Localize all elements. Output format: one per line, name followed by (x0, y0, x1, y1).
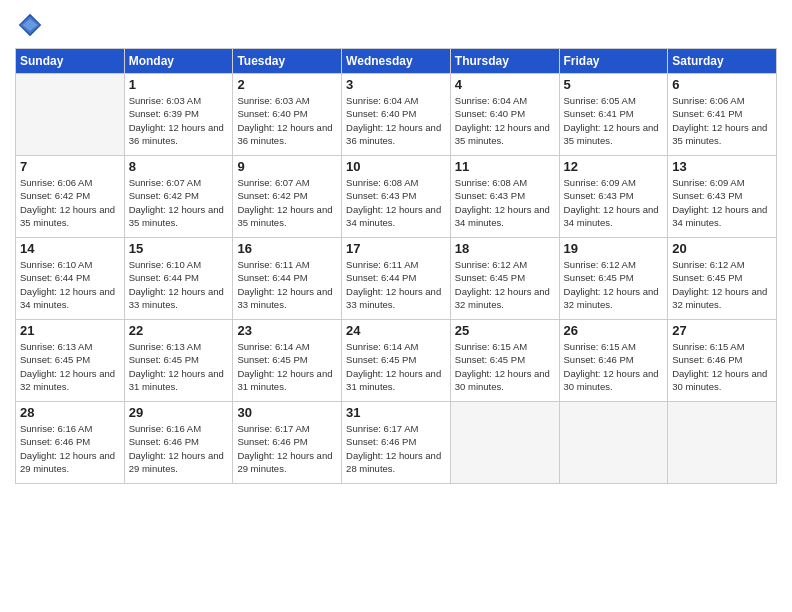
day-info: Sunrise: 6:13 AMSunset: 6:45 PMDaylight:… (20, 340, 120, 393)
day-number: 4 (455, 77, 555, 92)
day-info: Sunrise: 6:08 AMSunset: 6:43 PMDaylight:… (455, 176, 555, 229)
day-cell: 18Sunrise: 6:12 AMSunset: 6:45 PMDayligh… (450, 238, 559, 320)
day-info: Sunrise: 6:03 AMSunset: 6:40 PMDaylight:… (237, 94, 337, 147)
week-row-3: 14Sunrise: 6:10 AMSunset: 6:44 PMDayligh… (16, 238, 777, 320)
day-cell (559, 402, 668, 484)
day-cell: 12Sunrise: 6:09 AMSunset: 6:43 PMDayligh… (559, 156, 668, 238)
day-info: Sunrise: 6:17 AMSunset: 6:46 PMDaylight:… (346, 422, 446, 475)
day-info: Sunrise: 6:09 AMSunset: 6:43 PMDaylight:… (564, 176, 664, 229)
day-info: Sunrise: 6:10 AMSunset: 6:44 PMDaylight:… (129, 258, 229, 311)
day-info: Sunrise: 6:07 AMSunset: 6:42 PMDaylight:… (129, 176, 229, 229)
day-cell: 14Sunrise: 6:10 AMSunset: 6:44 PMDayligh… (16, 238, 125, 320)
day-info: Sunrise: 6:14 AMSunset: 6:45 PMDaylight:… (346, 340, 446, 393)
day-number: 22 (129, 323, 229, 338)
day-cell: 3Sunrise: 6:04 AMSunset: 6:40 PMDaylight… (342, 74, 451, 156)
day-cell: 1Sunrise: 6:03 AMSunset: 6:39 PMDaylight… (124, 74, 233, 156)
day-info: Sunrise: 6:04 AMSunset: 6:40 PMDaylight:… (455, 94, 555, 147)
day-cell: 7Sunrise: 6:06 AMSunset: 6:42 PMDaylight… (16, 156, 125, 238)
weekday-header-monday: Monday (124, 49, 233, 74)
day-cell: 28Sunrise: 6:16 AMSunset: 6:46 PMDayligh… (16, 402, 125, 484)
weekday-header-saturday: Saturday (668, 49, 777, 74)
week-row-4: 21Sunrise: 6:13 AMSunset: 6:45 PMDayligh… (16, 320, 777, 402)
day-info: Sunrise: 6:10 AMSunset: 6:44 PMDaylight:… (20, 258, 120, 311)
day-cell: 5Sunrise: 6:05 AMSunset: 6:41 PMDaylight… (559, 74, 668, 156)
day-number: 28 (20, 405, 120, 420)
day-number: 31 (346, 405, 446, 420)
day-info: Sunrise: 6:07 AMSunset: 6:42 PMDaylight:… (237, 176, 337, 229)
weekday-header-friday: Friday (559, 49, 668, 74)
page: SundayMondayTuesdayWednesdayThursdayFrid… (0, 0, 792, 612)
day-number: 9 (237, 159, 337, 174)
day-cell: 10Sunrise: 6:08 AMSunset: 6:43 PMDayligh… (342, 156, 451, 238)
day-cell: 23Sunrise: 6:14 AMSunset: 6:45 PMDayligh… (233, 320, 342, 402)
day-number: 27 (672, 323, 772, 338)
day-info: Sunrise: 6:03 AMSunset: 6:39 PMDaylight:… (129, 94, 229, 147)
day-info: Sunrise: 6:09 AMSunset: 6:43 PMDaylight:… (672, 176, 772, 229)
day-info: Sunrise: 6:15 AMSunset: 6:46 PMDaylight:… (564, 340, 664, 393)
day-info: Sunrise: 6:11 AMSunset: 6:44 PMDaylight:… (237, 258, 337, 311)
weekday-header-thursday: Thursday (450, 49, 559, 74)
day-cell: 15Sunrise: 6:10 AMSunset: 6:44 PMDayligh… (124, 238, 233, 320)
day-number: 11 (455, 159, 555, 174)
day-info: Sunrise: 6:15 AMSunset: 6:46 PMDaylight:… (672, 340, 772, 393)
day-cell: 25Sunrise: 6:15 AMSunset: 6:45 PMDayligh… (450, 320, 559, 402)
day-number: 25 (455, 323, 555, 338)
day-number: 10 (346, 159, 446, 174)
day-cell: 6Sunrise: 6:06 AMSunset: 6:41 PMDaylight… (668, 74, 777, 156)
day-number: 30 (237, 405, 337, 420)
day-number: 12 (564, 159, 664, 174)
day-cell (450, 402, 559, 484)
day-number: 13 (672, 159, 772, 174)
day-number: 24 (346, 323, 446, 338)
day-cell: 20Sunrise: 6:12 AMSunset: 6:45 PMDayligh… (668, 238, 777, 320)
day-number: 7 (20, 159, 120, 174)
day-info: Sunrise: 6:06 AMSunset: 6:41 PMDaylight:… (672, 94, 772, 147)
day-number: 2 (237, 77, 337, 92)
calendar-table: SundayMondayTuesdayWednesdayThursdayFrid… (15, 48, 777, 484)
day-number: 3 (346, 77, 446, 92)
day-cell: 21Sunrise: 6:13 AMSunset: 6:45 PMDayligh… (16, 320, 125, 402)
day-cell: 19Sunrise: 6:12 AMSunset: 6:45 PMDayligh… (559, 238, 668, 320)
week-row-2: 7Sunrise: 6:06 AMSunset: 6:42 PMDaylight… (16, 156, 777, 238)
day-cell (668, 402, 777, 484)
day-info: Sunrise: 6:13 AMSunset: 6:45 PMDaylight:… (129, 340, 229, 393)
day-cell: 9Sunrise: 6:07 AMSunset: 6:42 PMDaylight… (233, 156, 342, 238)
day-info: Sunrise: 6:12 AMSunset: 6:45 PMDaylight:… (455, 258, 555, 311)
day-number: 5 (564, 77, 664, 92)
day-cell: 30Sunrise: 6:17 AMSunset: 6:46 PMDayligh… (233, 402, 342, 484)
header (15, 10, 777, 40)
day-cell: 4Sunrise: 6:04 AMSunset: 6:40 PMDaylight… (450, 74, 559, 156)
weekday-header-wednesday: Wednesday (342, 49, 451, 74)
day-cell: 16Sunrise: 6:11 AMSunset: 6:44 PMDayligh… (233, 238, 342, 320)
day-number: 6 (672, 77, 772, 92)
day-info: Sunrise: 6:08 AMSunset: 6:43 PMDaylight:… (346, 176, 446, 229)
day-number: 14 (20, 241, 120, 256)
day-cell: 17Sunrise: 6:11 AMSunset: 6:44 PMDayligh… (342, 238, 451, 320)
day-number: 23 (237, 323, 337, 338)
weekday-header-sunday: Sunday (16, 49, 125, 74)
day-number: 17 (346, 241, 446, 256)
day-info: Sunrise: 6:12 AMSunset: 6:45 PMDaylight:… (564, 258, 664, 311)
day-cell: 24Sunrise: 6:14 AMSunset: 6:45 PMDayligh… (342, 320, 451, 402)
day-info: Sunrise: 6:11 AMSunset: 6:44 PMDaylight:… (346, 258, 446, 311)
day-info: Sunrise: 6:15 AMSunset: 6:45 PMDaylight:… (455, 340, 555, 393)
day-info: Sunrise: 6:05 AMSunset: 6:41 PMDaylight:… (564, 94, 664, 147)
week-row-5: 28Sunrise: 6:16 AMSunset: 6:46 PMDayligh… (16, 402, 777, 484)
weekday-header-tuesday: Tuesday (233, 49, 342, 74)
day-cell: 26Sunrise: 6:15 AMSunset: 6:46 PMDayligh… (559, 320, 668, 402)
day-cell: 27Sunrise: 6:15 AMSunset: 6:46 PMDayligh… (668, 320, 777, 402)
day-number: 1 (129, 77, 229, 92)
day-number: 18 (455, 241, 555, 256)
day-number: 21 (20, 323, 120, 338)
day-number: 16 (237, 241, 337, 256)
day-info: Sunrise: 6:16 AMSunset: 6:46 PMDaylight:… (129, 422, 229, 475)
day-number: 8 (129, 159, 229, 174)
day-info: Sunrise: 6:16 AMSunset: 6:46 PMDaylight:… (20, 422, 120, 475)
day-cell: 31Sunrise: 6:17 AMSunset: 6:46 PMDayligh… (342, 402, 451, 484)
day-cell: 8Sunrise: 6:07 AMSunset: 6:42 PMDaylight… (124, 156, 233, 238)
day-cell: 29Sunrise: 6:16 AMSunset: 6:46 PMDayligh… (124, 402, 233, 484)
logo-icon (15, 10, 45, 40)
day-number: 20 (672, 241, 772, 256)
day-info: Sunrise: 6:14 AMSunset: 6:45 PMDaylight:… (237, 340, 337, 393)
day-cell: 22Sunrise: 6:13 AMSunset: 6:45 PMDayligh… (124, 320, 233, 402)
